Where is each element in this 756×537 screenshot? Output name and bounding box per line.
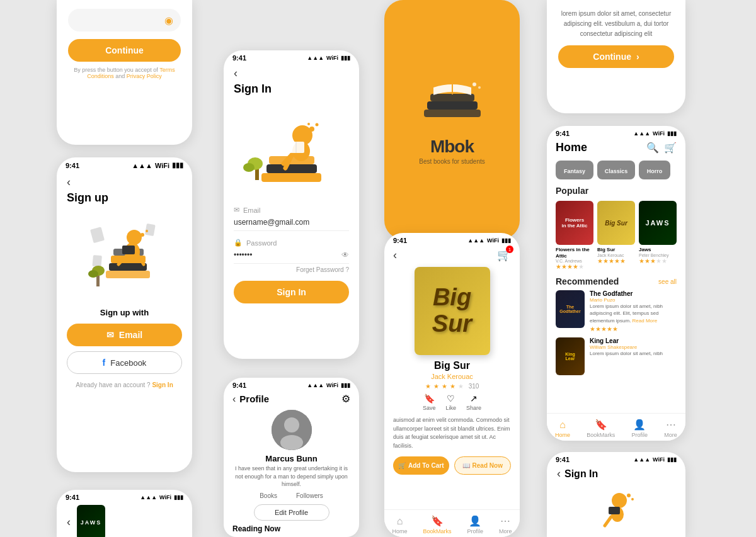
svg-rect-36 [427, 101, 478, 110]
svg-rect-26 [255, 169, 259, 180]
back-button-book[interactable]: ‹ [393, 249, 397, 262]
svg-rect-9 [90, 227, 105, 243]
genre-classics[interactable]: Classics [597, 161, 635, 179]
already-text: Already have an account ? Sign In [67, 382, 182, 388]
cart-badge: 1 [506, 246, 513, 253]
see-all-link[interactable]: see all [658, 278, 677, 285]
svg-point-46 [631, 498, 634, 500]
back-button[interactable]: ‹ [67, 176, 71, 189]
signal-icon: ▲▲▲ [132, 162, 152, 169]
svg-rect-10 [144, 223, 155, 236]
read-now-button[interactable]: 📖 Read Now [454, 456, 512, 475]
password-input[interactable] [234, 247, 349, 264]
signin-title: Sign In [234, 82, 349, 96]
email-label: Email [119, 330, 142, 340]
popular-book-2[interactable]: Big Sur Big Sur Jack Kerouac ★★★★★ [597, 201, 635, 270]
nav-bookmarks[interactable]: 🔖 BookMarks [423, 515, 451, 534]
continue-button[interactable]: Continue [68, 39, 181, 62]
rec2-title: King Lear [590, 337, 677, 344]
more-nav-icon: ⋯ [666, 419, 676, 431]
svg-line-43 [605, 517, 611, 526]
read-more-link[interactable]: Read More [633, 318, 658, 324]
wifi-icon: WiFi [326, 55, 338, 61]
nav-more-item[interactable]: ⋯ More [664, 419, 677, 438]
save-action[interactable]: 🔖 Save [423, 393, 436, 411]
signin2-card: 9:41 ▲▲▲ WiFi ▮▮▮ ‹ Sign In [547, 452, 685, 537]
privacy-link[interactable]: Privacy Policy [127, 73, 162, 79]
read-now-label: Read Now [472, 462, 503, 469]
time: 9:41 [66, 162, 79, 169]
nav-bookmarks-label: BookMarks [423, 528, 451, 534]
status-bar-home: 9:41 ▲▲▲ WiFi ▮▮▮ [547, 126, 685, 138]
genre-fantasy[interactable]: Fantasy [556, 161, 593, 179]
back-button-signin2[interactable]: ‹ [557, 467, 561, 480]
book1-author: V.C. Andrews [556, 259, 593, 263]
nav-profile-item[interactable]: 👤 Profile [632, 419, 648, 438]
jaws-card: 9:41 ▲▲▲ WiFi ▮▮▮ ‹ JAWS [57, 490, 192, 537]
sign-in-link[interactable]: Sign In [152, 382, 173, 388]
rec2-author: William Shakespeare [590, 344, 677, 350]
rec-book-1[interactable]: TheGodfather The Godfather Mario Puzo Lo… [556, 290, 677, 332]
home-card: 9:41 ▲▲▲ WiFi ▮▮▮ Home 🔍 🛒 Fantasy Class… [547, 126, 685, 441]
wifi-icon: WiFi [653, 456, 665, 463]
home-nav-icon: ⌂ [559, 419, 566, 431]
nav-bookmarks-item[interactable]: 🔖 BookMarks [587, 419, 615, 438]
password-label-container: 🔒 Password [234, 239, 349, 247]
wifi-icon: WiFi [326, 382, 338, 388]
signal-icon: ▲▲▲ [633, 456, 650, 463]
nav-home-item[interactable]: ⌂ Home [555, 419, 570, 438]
back-button-signin[interactable]: ‹ [234, 67, 238, 80]
password-toggle-icon[interactable]: 👁 [341, 251, 349, 259]
email-field-icon: ✉ [234, 206, 239, 214]
cart-home-icon[interactable]: 🛒 [664, 142, 677, 154]
email-label-container: ✉ Email [234, 206, 349, 214]
signin-button[interactable]: Sign In [234, 281, 349, 303]
popular-book-3[interactable]: JAWS Jaws Peter Benchley ★★★★★ [639, 201, 677, 270]
nav-profile[interactable]: 👤 Profile [467, 515, 483, 534]
time: 9:41 [66, 494, 79, 501]
nav-home-text: Home [555, 432, 570, 438]
settings-icon[interactable]: ⚙ [341, 393, 350, 405]
rec-book-2[interactable]: KingLear King Lear William Shakespeare L… [556, 337, 677, 375]
email-input[interactable] [234, 214, 349, 231]
bottom-nav-home: ⌂ Home 🔖 BookMarks 👤 Profile ⋯ More [547, 413, 685, 441]
continue-bottom-button[interactable]: Continue › [558, 45, 674, 68]
nav-home-label: Home [392, 528, 407, 534]
search-icon[interactable]: 🔍 [646, 142, 659, 154]
book-author: Jack Kerouac [393, 373, 511, 380]
back-button-jaws[interactable]: ‹ [67, 516, 71, 529]
wifi-icon: WiFi [155, 162, 169, 169]
status-bar-signin: 9:41 ▲▲▲ WiFi ▮▮▮ [224, 50, 359, 63]
signal-icon: ▲▲▲ [307, 55, 324, 61]
popular-label: Popular [556, 186, 677, 196]
svg-point-4 [127, 230, 142, 245]
nav-more[interactable]: ⋯ More [499, 515, 512, 534]
signal-icon: ▲▲▲ [140, 494, 157, 500]
popular-book-1[interactable]: Flowersin the Attic Flowers in the Attic… [556, 201, 593, 270]
add-to-cart-button[interactable]: 🛒 Add To Cart [393, 456, 449, 475]
svg-rect-8 [122, 246, 135, 254]
signin2-title: Sign In [564, 468, 598, 480]
continue-top-card: lorem ipsum dolor sit amet, consectetur … [547, 0, 685, 113]
status-bar-signin2: 9:41 ▲▲▲ WiFi ▮▮▮ [547, 452, 685, 465]
like-action[interactable]: ♡ Like [445, 393, 456, 411]
nav-home[interactable]: ⌂ Home [392, 516, 407, 534]
signup-with-label: Sign up with [67, 308, 182, 317]
share-icon: ↗ [470, 393, 478, 404]
nav-more-label: More [499, 528, 512, 534]
rating-count: 310 [469, 383, 479, 390]
facebook-signup-button[interactable]: f Facebook [67, 351, 182, 374]
battery-icon: ▮▮▮ [341, 382, 350, 388]
edit-profile-button[interactable]: Edit Profile [254, 504, 329, 521]
forgot-password-link[interactable]: Forget Password ? [234, 266, 349, 273]
brand-tagline: Best books for students [419, 158, 485, 165]
svg-rect-17 [261, 173, 321, 182]
back-button-profile[interactable]: ‹ [232, 393, 236, 405]
genre-horror[interactable]: Horro [639, 161, 670, 179]
share-action[interactable]: ↗ Share [466, 393, 481, 411]
profile-icon: 👤 [469, 515, 481, 527]
svg-rect-44 [609, 507, 620, 514]
genre-classics-label: Classics [605, 168, 628, 174]
email-signup-button[interactable]: ✉ Email [67, 324, 182, 346]
genre-fantasy-label: Fantasy [564, 168, 585, 174]
